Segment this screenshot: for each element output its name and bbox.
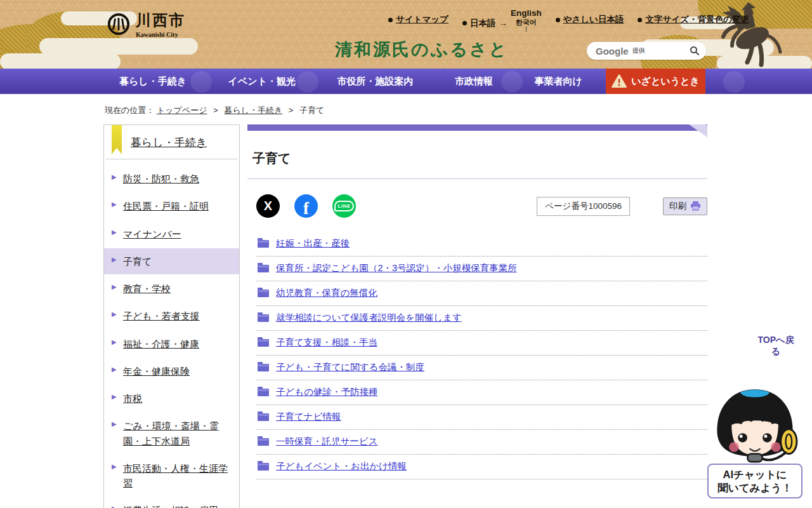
sidebar-item[interactable]: ▶ 市税 <box>104 385 239 411</box>
site-header: 川西市 Kawanishi City サイトマップ 日本語 → English … <box>0 0 812 69</box>
search-icon[interactable] <box>690 46 700 56</box>
language-option-english[interactable]: English <box>511 8 542 18</box>
folder-icon <box>258 265 269 272</box>
triangle-bullet-icon: ▶ <box>112 504 117 508</box>
breadcrumb-section[interactable]: 暮らし・手続き <box>224 105 282 115</box>
sidebar-item-label[interactable]: 子育て <box>123 256 152 267</box>
sidebar-item-label[interactable]: 消費生活・相談・雇用 <box>123 505 218 508</box>
more-languages-icon[interactable]: ⋮ <box>523 26 529 32</box>
sidebar-item-label[interactable]: 市民活動・人権・生涯学習 <box>123 463 228 488</box>
category-link-row: 幼児教育・保育の無償化 <box>256 281 707 306</box>
line-label: LINE <box>334 201 353 211</box>
sidebar-menu: ▶ 防災・防犯・救急 ▶ 住民票・戸籍・証明 ▶ マイナンバー ▶ 子育て ▶ … <box>104 159 239 508</box>
category-link[interactable]: 子ども・子育てに関する会議・制度 <box>276 361 424 373</box>
category-link[interactable]: 妊娠・出産・産後 <box>276 237 350 250</box>
folder-icon <box>258 413 269 421</box>
nav-item[interactable]: 事業者向け <box>535 76 582 88</box>
category-link-row: 子どもイベント・お出かけ情報 <box>256 455 707 479</box>
line-icon[interactable]: LINE <box>332 194 356 218</box>
language-options[interactable]: English 한국어 ⋮ <box>511 8 542 33</box>
category-link[interactable]: 就学相談について保護者説明会を開催します <box>276 312 462 324</box>
category-link[interactable]: 一時保育・託児サービス <box>276 436 378 448</box>
search-box[interactable]: Google 提供 <box>587 42 706 60</box>
x-twitter-icon[interactable]: X <box>256 194 280 218</box>
arrow-right-icon: → <box>499 18 508 28</box>
utility-item-easy-japanese[interactable]: やさしい日本語 <box>556 14 624 25</box>
sidebar-item-label[interactable]: ごみ・環境・斎場・霊園・上下水道局 <box>123 420 219 446</box>
sidebar-item[interactable]: ▶ 市民活動・人権・生涯学習 <box>104 455 239 497</box>
ai-chat-label[interactable]: AIチャットに 聞いてみよう！ <box>707 464 802 498</box>
folder-icon <box>258 339 269 347</box>
triangle-bullet-icon: ▶ <box>112 255 117 265</box>
sidebar-item[interactable]: ▶ 子育て <box>104 248 239 274</box>
emergency-button[interactable]: いざというとき <box>606 69 705 94</box>
title-divider <box>247 178 707 179</box>
category-link-row: 妊娠・出産・産後 <box>256 232 707 257</box>
sidebar-title-link[interactable]: 暮らし・手続き <box>131 137 207 149</box>
sidebar-item[interactable]: ▶ マイナンバー <box>104 221 239 247</box>
sidebar-item[interactable]: ▶ 子ども・若者支援 <box>104 303 239 329</box>
sidebar-item[interactable]: ▶ 教育・学校 <box>104 276 239 302</box>
sidebar-item-label[interactable]: 教育・学校 <box>123 283 171 294</box>
samurai-horse-statue-image <box>707 0 788 69</box>
print-label: 印刷 <box>669 201 686 212</box>
sidebar-item-label[interactable]: 住民票・戸籍・証明 <box>123 201 209 211</box>
category-link[interactable]: 子育てナビ情報 <box>276 411 341 423</box>
breadcrumb-home[interactable]: トップページ <box>157 105 207 115</box>
category-link[interactable]: 子どもイベント・お出かけ情報 <box>276 460 407 472</box>
category-link-row: 子ども・子育てに関する会議・制度 <box>256 356 707 380</box>
language-current[interactable]: 日本語 <box>470 18 496 29</box>
sidebar-item-label[interactable]: 福祉・介護・健康 <box>123 338 199 349</box>
sitemap-link[interactable]: サイトマップ <box>396 14 449 25</box>
category-link[interactable]: 幼児教育・保育の無償化 <box>276 287 377 299</box>
cream-cloud-decoration <box>39 38 198 55</box>
share-row: X f LINE ページ番号1000596 印刷 <box>256 194 707 218</box>
bookmark-ribbon-icon <box>112 125 122 154</box>
sidebar-item[interactable]: ▶ 防災・防犯・救急 <box>104 166 239 192</box>
nav-item[interactable]: 市役所・施設案内 <box>337 76 414 88</box>
utility-item-font-settings[interactable]: 文字サイズ・背景色の変更 <box>638 14 749 25</box>
warning-icon <box>612 74 627 88</box>
font-settings-link[interactable]: 文字サイズ・背景色の変更 <box>645 14 749 25</box>
sidebar-item-label[interactable]: 防災・防犯・救急 <box>123 173 199 184</box>
breadcrumb-prefix: 現在の位置： <box>105 105 154 115</box>
bullet-icon <box>388 18 393 22</box>
sidebar-item-label[interactable]: 子ども・若者支援 <box>123 311 200 321</box>
easy-japanese-link[interactable]: やさしい日本語 <box>563 14 624 25</box>
back-to-top-button[interactable]: TOPへ戻る <box>754 335 798 358</box>
triangle-bullet-icon: ▶ <box>112 392 117 402</box>
sidebar-item-label[interactable]: 市税 <box>123 393 142 404</box>
utility-item-sitemap[interactable]: サイトマップ <box>388 14 449 25</box>
ai-chat-widget[interactable]: AIチャットに 聞いてみよう！ <box>707 386 803 498</box>
print-button[interactable]: 印刷 <box>663 197 707 215</box>
city-name-en: Kawanishi City <box>136 31 185 38</box>
back-to-top-label: TOPへ戻る <box>754 335 798 358</box>
category-link-row: 就学相談について保護者説明会を開催します <box>256 306 707 331</box>
sidebar-item[interactable]: ▶ 住民票・戸籍・証明 <box>104 193 239 219</box>
triangle-bullet-icon: ▶ <box>112 364 117 375</box>
facebook-icon[interactable]: f <box>294 194 318 218</box>
category-link[interactable]: 子育て支援・相談・手当 <box>276 337 377 349</box>
language-option-korean[interactable]: 한국어 <box>516 18 537 27</box>
category-link[interactable]: 子どもの健診・予防接種 <box>276 386 378 398</box>
triangle-bullet-icon: ▶ <box>112 172 117 182</box>
sidebar-item[interactable]: ▶ 消費生活・相談・雇用 <box>104 497 239 508</box>
triangle-bullet-icon: ▶ <box>112 462 117 472</box>
nav-item[interactable]: 市政情報 <box>455 76 493 88</box>
sidebar-item-label[interactable]: マイナンバー <box>123 229 181 239</box>
sidebar-item-label[interactable]: 年金・健康保険 <box>123 366 190 377</box>
nav-emblem-decoration <box>723 71 745 93</box>
folder-icon <box>258 389 269 396</box>
page-title: 子育て <box>252 150 707 167</box>
nav-item[interactable]: イベント・観光 <box>228 76 296 88</box>
folder-icon <box>258 463 269 471</box>
category-link[interactable]: 保育所・認定こども園（2・3号認定）・小規模保育事業所 <box>276 262 517 274</box>
sidebar-item[interactable]: ▶ ごみ・環境・斎場・霊園・上下水道局 <box>104 413 239 454</box>
sidebar-item[interactable]: ▶ 年金・健康保険 <box>104 358 239 384</box>
sidebar-item[interactable]: ▶ 福祉・介護・健康 <box>104 331 239 357</box>
bullet-icon <box>462 21 467 25</box>
city-logo[interactable]: 川西市 Kawanishi City <box>107 10 185 38</box>
nav-item[interactable]: 暮らし・手続き <box>119 76 187 88</box>
language-selector[interactable]: 日本語 → English 한국어 ⋮ <box>462 14 542 33</box>
category-link-row: 子どもの健診・予防接種 <box>256 380 707 405</box>
